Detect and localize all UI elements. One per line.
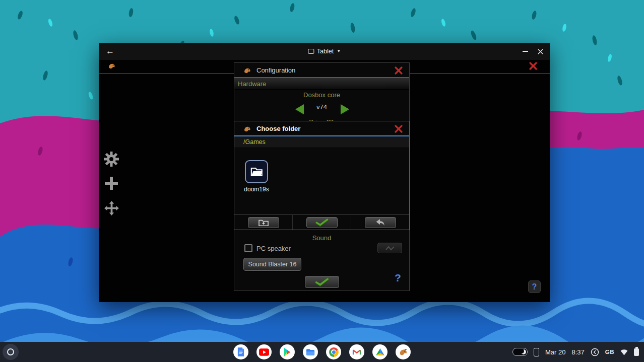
launcher-icon bbox=[7, 348, 14, 355]
toolbar-cell bbox=[234, 215, 293, 230]
window-title-text: Tablet bbox=[317, 48, 334, 55]
choose-folder-dialog: Choose folder /Games doom19s bbox=[234, 121, 410, 230]
shelf-apps bbox=[233, 344, 411, 359]
shelf-icon-play-store[interactable] bbox=[280, 344, 295, 359]
configuration-title: Configuration bbox=[256, 66, 295, 74]
configuration-close-icon[interactable] bbox=[394, 66, 403, 75]
gmail-icon bbox=[352, 348, 361, 355]
settings-gear-button[interactable] bbox=[103, 151, 120, 168]
undo-arrow-icon bbox=[375, 219, 386, 226]
shelf-icon-chrome[interactable] bbox=[326, 344, 341, 359]
plus-icon bbox=[104, 176, 119, 191]
screen: ← Tablet ▼ bbox=[0, 0, 644, 362]
dark-theme-toggle-icon[interactable] bbox=[512, 348, 528, 356]
shelf-icon-drive[interactable] bbox=[372, 344, 388, 359]
sound-blaster-label: Sound Blaster 16 bbox=[248, 261, 297, 268]
app-window: ← Tablet ▼ bbox=[99, 43, 550, 302]
status-tray[interactable]: Mar 20 8:37 GB bbox=[512, 342, 639, 362]
dosbox-icon bbox=[399, 347, 408, 357]
caret-down-icon: ▼ bbox=[337, 49, 341, 54]
new-folder-button[interactable] bbox=[248, 217, 279, 228]
choose-folder-close-icon[interactable] bbox=[394, 124, 403, 133]
dosbox-core-label: Dosbox core bbox=[234, 91, 409, 99]
docs-icon bbox=[237, 347, 244, 356]
launcher-button[interactable] bbox=[3, 344, 19, 360]
go-back-button[interactable] bbox=[365, 217, 396, 228]
folder-thumbnail bbox=[245, 160, 268, 183]
chooser-toolbar bbox=[234, 214, 409, 230]
frequency-icon bbox=[385, 245, 395, 251]
sound-blaster-button[interactable]: Sound Blaster 16 bbox=[243, 258, 301, 271]
shelf: Mar 20 8:37 GB bbox=[0, 342, 644, 362]
configuration-header: Configuration bbox=[234, 63, 409, 78]
gear-icon bbox=[103, 151, 119, 167]
shelf-icon-dosbox[interactable] bbox=[396, 344, 411, 359]
folder-icon bbox=[249, 164, 264, 179]
minimize-button[interactable] bbox=[523, 51, 528, 52]
checkmark-icon bbox=[315, 219, 329, 227]
move-button[interactable] bbox=[103, 199, 120, 216]
config-help-button[interactable]: ? bbox=[395, 272, 401, 284]
app-help-button[interactable]: ? bbox=[528, 280, 541, 293]
current-path: /Games bbox=[243, 138, 266, 146]
hardware-section-header: Hardware bbox=[234, 78, 409, 90]
close-window-button[interactable] bbox=[537, 48, 544, 55]
toolbar-cell bbox=[293, 215, 351, 230]
drive-icon bbox=[376, 348, 384, 355]
select-folder-button[interactable] bbox=[306, 217, 338, 228]
tablet-mode-icon bbox=[308, 49, 314, 54]
pc-speaker-label: PC speaker bbox=[256, 245, 291, 252]
folder-item-label: doom19s bbox=[240, 186, 273, 193]
choose-folder-header: Choose folder bbox=[234, 121, 409, 136]
hardware-section-label: Hardware bbox=[238, 80, 266, 88]
window-titlebar: ← Tablet ▼ bbox=[99, 43, 550, 60]
shelf-icon-files[interactable] bbox=[303, 344, 318, 359]
chrome-icon bbox=[329, 347, 339, 357]
app-help-label: ? bbox=[532, 282, 537, 292]
shelf-icon-gmail[interactable] bbox=[349, 344, 364, 359]
choose-folder-title: Choose folder bbox=[256, 125, 300, 132]
arrow-right-icon bbox=[341, 104, 349, 114]
status-date: Mar 20 bbox=[545, 348, 565, 356]
window-mode-selector[interactable]: Tablet ▼ bbox=[308, 48, 341, 55]
keyboard-language-label: GB bbox=[605, 349, 614, 355]
pc-speaker-checkbox[interactable] bbox=[244, 244, 252, 252]
wifi-icon bbox=[620, 349, 628, 355]
files-icon bbox=[306, 348, 315, 356]
play-store-icon bbox=[284, 348, 291, 356]
core-version-value: v74 bbox=[234, 103, 409, 111]
battery-icon bbox=[634, 348, 639, 356]
pc-speaker-settings-button[interactable] bbox=[377, 243, 402, 253]
current-path-bar: /Games bbox=[234, 136, 409, 148]
circle-arrow-icon bbox=[591, 348, 599, 356]
dosbox-logo-icon bbox=[108, 62, 116, 70]
config-help-label: ? bbox=[395, 272, 401, 283]
app-close-icon[interactable] bbox=[529, 61, 538, 70]
youtube-icon bbox=[259, 348, 269, 356]
dosbox-logo-icon bbox=[243, 125, 251, 133]
phone-hub-icon[interactable] bbox=[534, 348, 539, 356]
new-folder-icon bbox=[259, 219, 269, 226]
add-button[interactable] bbox=[103, 175, 120, 192]
move-cross-icon bbox=[104, 200, 119, 216]
config-confirm-button[interactable] bbox=[305, 276, 339, 288]
shelf-icon-youtube[interactable] bbox=[256, 344, 272, 359]
checkmark-icon bbox=[315, 278, 329, 286]
core-next-button[interactable] bbox=[339, 104, 350, 115]
shelf-icon-docs[interactable] bbox=[233, 344, 248, 359]
dosbox-logo-icon bbox=[243, 66, 251, 75]
sound-section-label: Sound bbox=[234, 234, 409, 242]
toolbar-cell bbox=[351, 215, 409, 230]
status-time: 8:37 bbox=[571, 348, 584, 356]
dosbox-app-content: ? Configuration Hardware Dosb bbox=[99, 60, 550, 302]
folder-item-doom19s[interactable]: doom19s bbox=[240, 160, 273, 193]
window-controls bbox=[523, 43, 544, 60]
back-button[interactable]: ← bbox=[106, 46, 114, 56]
